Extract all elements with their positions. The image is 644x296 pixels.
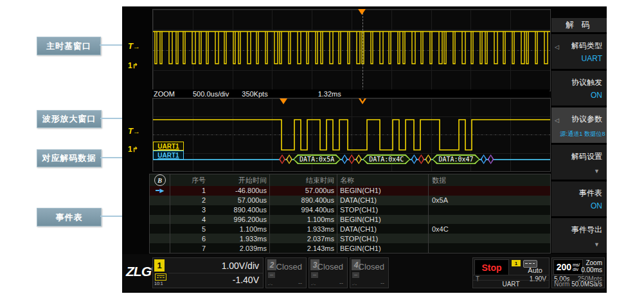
trigger-source-badge: 1 [512,260,521,266]
zoom-mode-label: ZOOM [154,90,175,98]
zoom-info-bar: ZOOM 500.0us/div 350Kpts 1.32ms [152,89,550,98]
channel1-offset: -1.40V [233,275,259,285]
main-waveform [153,10,550,91]
cell-start: -46.800us [211,186,270,196]
cell-start: 57.000us [211,196,270,205]
channel1-block[interactable]: 1 10:1 1.00V/div -1.40V [152,257,264,288]
cell-start: 996.200us [211,215,270,225]
event-row-2[interactable]: 2 57.000us 890.400us DATA(CH1) 0x5A [150,196,550,205]
event-row-4[interactable]: 4 996.200us 1.100ms BEGIN(CH1) [150,215,550,225]
channel1-bus-label: UART1 [153,142,184,151]
decode-data-bubble: DATA:0x4C [362,154,410,164]
channel4-state: Closed [359,262,384,272]
cell-index: 5 [170,225,211,233]
menu-item-protocol-params[interactable]: ◁ 协议参数 源:通道1 数据位8 [551,107,607,142]
channel2-block[interactable]: 2 Closed – -·- -- [265,257,307,288]
menu-item-decode-type[interactable]: ◁ 解码类型 UART [551,34,607,69]
zoom-offset-value: 1.32ms [318,90,341,98]
cell-end: 890.400us [270,196,337,205]
menu-item-event-table[interactable]: 事件表 ON [551,181,607,216]
impedance-mark: -·- [352,282,357,286]
channel3-block[interactable]: 3 Closed – -·- -- [309,257,348,288]
decode-bus-label: UART1 [153,151,184,160]
menu-item-protocol-trigger[interactable]: 协议触发 ON [551,71,607,106]
dropdown-arrow-icon: ▼ [594,168,600,174]
trigger-position-line [362,10,363,91]
page: 主时基窗口 波形放大窗口 对应解码数据 事件表 T→ 1↱ T→ 1↱ ZOOM… [0,0,644,296]
acquisition-state: Stop [474,259,509,275]
trigger-type: UART [473,280,549,288]
event-table-header: B 序号 开始时间 结束时间 名称 数据 [150,174,550,186]
cell-end: 994.400us [270,205,337,215]
zoom-memory-value: 350Kpts [242,90,267,98]
trigger-block[interactable]: Stop 1 Auto T 1.90V UART [472,257,550,288]
event-row-1[interactable]: ▶ 1 -46.800us 57.000us BEGIN(CH1) [150,186,550,196]
impedance-mark: -·- [311,282,316,286]
main-timebase-window[interactable] [152,9,551,91]
header-end-time: 结束时间 [270,174,337,186]
trigger-mode: Auto [528,266,542,274]
trigger-position-marker-zoom[interactable] [359,98,366,104]
submenu-arrow-icon: ◁ [555,117,559,124]
cell-end: 57.000us [270,186,337,196]
channel2-badge: 2 [267,259,276,270]
acquisition-mode: Norm [554,281,569,288]
decode-blue-diamond-icon [481,154,487,164]
timebase-block[interactable]: 200 ms/div Zoom 0.00ms 5.00s 250Mpts Nor… [551,257,605,288]
bus-icon: B [154,174,166,186]
cell-name: BEGIN(CH1) [337,243,429,253]
menu-title: 解 码 [551,18,607,32]
cell-index: 4 [170,216,211,223]
value-placeholder: -- [380,280,384,286]
decode-menu-panel: 解 码 ◁ 解码类型 UART 协议触发 ON ◁ 协议参数 源:通道1 数据位… [551,18,607,253]
coupling-dash: – [311,272,318,278]
event-row-7[interactable]: 7 2.039ms 2.143ms BEGIN(CH1) [150,243,550,253]
cell-start: 1.933ms [211,234,270,243]
zlg-logo: ZLG® [126,264,154,279]
channel4-block[interactable]: 4 Closed – -·- -- [350,257,389,288]
header-start-time: 开始时间 [211,174,270,186]
channel1-level-marker-main[interactable]: 1↱ [128,59,138,71]
zoom-position-marker[interactable] [280,98,287,104]
value-placeholder: -- [298,280,302,286]
decode-yellow-diamond-icon [425,154,431,164]
trigger-level-marker-main[interactable]: T→ [128,40,140,51]
cell-name: DATA(CH1) [337,196,429,205]
cell-index: 3 [170,206,211,214]
cell-data: 0x5A [429,196,550,204]
trigger-level-marker-zoom[interactable]: T→ [128,125,140,136]
submenu-arrow-icon: ◁ [555,44,559,50]
channel1-level-marker-zoom[interactable]: 1↱ [128,143,138,154]
callout-label: 波形放大窗口 [42,113,96,125]
callout-zoom-window: 波形放大窗口 [37,110,102,128]
channel3-state: Closed [318,262,343,272]
menu-item-event-export[interactable]: 事件导出 ▼ [551,218,607,253]
cell-end: 2.143ms [270,243,337,253]
decode-blue-diamond-icon [341,154,348,164]
cell-end: 2.037ms [270,234,337,243]
sample-rate: 50.0MSa/s [571,281,602,288]
trigger-position-marker-main[interactable] [358,9,366,15]
event-row-6[interactable]: 6 1.933ms 2.037ms STOP(CH1) [150,234,550,243]
menu-item-decode-settings[interactable]: 解码设置 ▼ [551,145,607,180]
impedance-mark: -·- [268,282,273,286]
callout-label: 对应解码数据 [42,153,96,164]
callout-event-table: 事件表 [37,208,102,227]
oscilloscope-screen: T→ 1↱ T→ 1↱ ZOOM 500.0us/div 350Kpts 1.3… [122,6,607,293]
coupling-dash: – [268,272,275,278]
cell-name: DATA(CH1) [337,224,429,234]
header-data: 数据 [429,176,550,185]
event-row-3[interactable]: 3 890.400us 994.400us STOP(CH1) [150,205,550,215]
divider [168,273,263,273]
coupling-dash: – [352,272,359,278]
zoom-scale-value: 500.0us/div [193,90,229,98]
zoom-window[interactable]: DATA:0x5ADATA:0x4CDATA:0x47 [152,98,551,172]
event-table: B 序号 开始时间 结束时间 名称 数据 ▶ 1 -46.800us 57.00… [149,174,551,254]
event-row-5[interactable]: 5 1.100ms 1.933ms DATA(CH1) 0x4C [150,224,550,234]
probe-ratio: 10:1 [154,281,163,286]
callout-label: 事件表 [56,212,83,223]
cell-name: BEGIN(CH1) [337,215,429,225]
cell-name: STOP(CH1) [337,205,429,215]
cell-end: 1.100ms [270,215,337,225]
header-index: 序号 [170,176,211,185]
